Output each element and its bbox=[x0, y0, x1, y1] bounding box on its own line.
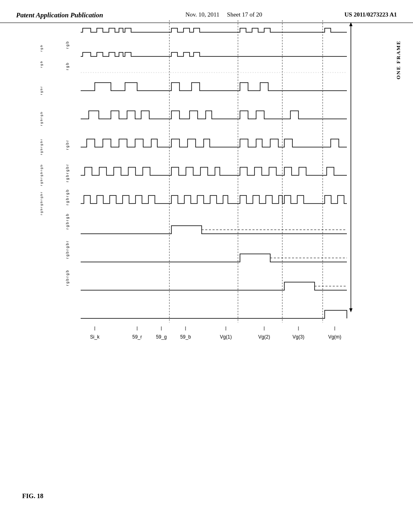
svg-text:Vg(m): Vg(m) bbox=[328, 334, 342, 340]
svg-text:r g b r g b r g b r: r g b r g b r g b r bbox=[40, 192, 43, 215]
svg-text:r g b r g b r: r g b r g b r bbox=[40, 139, 43, 155]
svg-text:r g b: r g b bbox=[65, 42, 69, 49]
svg-text:r g b r g b: r g b r g b bbox=[65, 270, 69, 286]
one-frame-label: ONE FRAME bbox=[395, 40, 402, 79]
svg-text:59_b: 59_b bbox=[180, 334, 191, 340]
svg-text:Vg(3): Vg(3) bbox=[292, 334, 304, 340]
svg-text:r g b r g b: r g b r g b bbox=[40, 112, 43, 126]
svg-text:r g b r g b r: r g b r g b r bbox=[65, 164, 69, 182]
svg-text:r g b r g b r: r g b r g b r bbox=[65, 241, 69, 259]
publication-date: Nov. 10, 2011 bbox=[186, 11, 219, 18]
svg-text:r g b r: r g b r bbox=[65, 140, 69, 150]
figure-label: FIG. 18 bbox=[22, 493, 43, 500]
sheet-info: Sheet 17 of 20 bbox=[227, 11, 262, 18]
svg-marker-2 bbox=[349, 308, 353, 312]
svg-text:r g b: r g b bbox=[40, 61, 43, 68]
svg-text:r g b r g b: r g b r g b bbox=[65, 190, 69, 206]
svg-marker-1 bbox=[349, 22, 353, 26]
svg-text:59_r: 59_r bbox=[132, 334, 142, 340]
svg-text:Vg(2): Vg(2) bbox=[258, 334, 270, 340]
svg-text:59_g: 59_g bbox=[156, 334, 167, 340]
publication-title: Patent Application Publication bbox=[16, 11, 103, 19]
page-header: Patent Application Publication Nov. 10, … bbox=[0, 0, 413, 23]
svg-text:Si_k: Si_k bbox=[90, 334, 100, 340]
svg-text:r g b: r g b bbox=[40, 45, 43, 52]
timing-diagram: r g b r g b r g b r r g b r g b r r g b … bbox=[32, 20, 367, 355]
svg-text:Vg(1): Vg(1) bbox=[220, 334, 232, 340]
svg-text:r g b: r g b bbox=[65, 63, 69, 70]
svg-text:r g b r: r g b r bbox=[40, 86, 43, 95]
header-center: Nov. 10, 2011 Sheet 17 of 20 bbox=[186, 11, 262, 18]
svg-text:r g b r g b: r g b r g b bbox=[65, 214, 69, 230]
svg-text:r g b r g b r g b: r g b r g b r g b bbox=[40, 164, 43, 186]
patent-number: US 2011/0273223 A1 bbox=[344, 11, 397, 18]
